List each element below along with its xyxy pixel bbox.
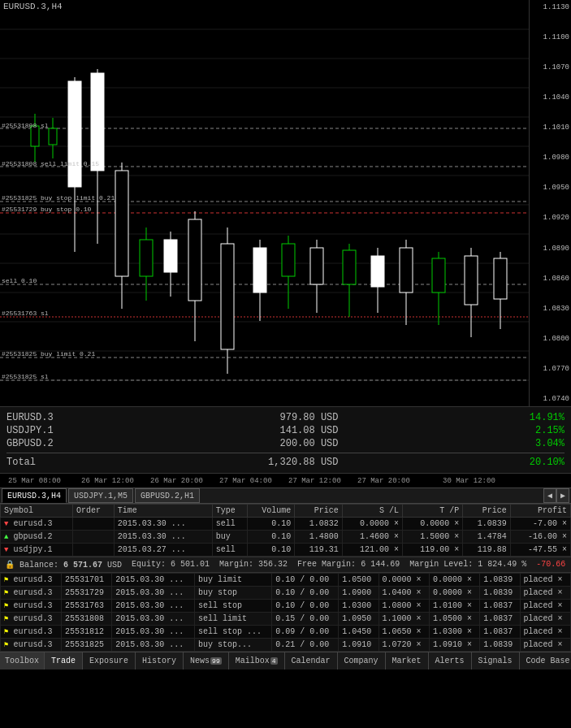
time-label-5: 27 Mar 12:00 — [288, 477, 341, 485]
col-price: Price — [295, 505, 343, 518]
summary-value-gbpusd: 200.00 USD — [249, 438, 339, 449]
toolbox-button[interactable]: Toolbox — [0, 652, 45, 670]
summary-pct-gbpusd: 3.04% — [500, 438, 565, 449]
cell-type: buy — [212, 531, 247, 544]
col-sl: S /L — [342, 505, 402, 518]
cell-tp: 1.5000 × — [403, 531, 463, 544]
table-row: ⚑ eurusd.3 25531763 2015.03.30 ... sell … — [1, 600, 571, 613]
cell-volume: 0.10 — [247, 531, 295, 544]
margin-level-label: Margin Level: 1 824.49 % — [409, 560, 526, 570]
line-label-sl1: #25531808 sl — [2, 122, 49, 129]
cell-time: 2015.03.30 ... — [114, 518, 212, 531]
orders-header-row: Symbol Order Time Type Volume Price S /L… — [1, 505, 571, 518]
tab-exposure[interactable]: Exposure — [83, 652, 136, 670]
cell-sl: 0.0000 × — [342, 518, 402, 531]
cell-cur-price: 1.0839 — [463, 518, 511, 531]
col-type: Type — [212, 505, 247, 518]
col-profit: Profit — [510, 505, 570, 518]
summary-pct-eurusd: 14.91% — [500, 412, 565, 423]
news-badge: 99 — [210, 657, 222, 665]
cell-time: 2015.03.30 ... — [114, 531, 212, 544]
col-order: Order — [73, 505, 115, 518]
time-label-4: 27 Mar 04:00 — [219, 477, 272, 485]
mailbox-badge: 4 — [270, 657, 278, 665]
col-cur-price: Price — [463, 505, 511, 518]
summary-symbol-gbpusd: GBPUSD.2 — [6, 438, 88, 449]
tab-news[interactable]: News99 — [184, 652, 229, 670]
table-row: ⚑ eurusd.3 25531808 2015.03.30 ... sell … — [1, 613, 571, 626]
balance-row: 🔒 Balance: 6 571.67 USD Equity: 6 501.01… — [0, 557, 571, 573]
cell-tp: 119.00 × — [403, 544, 463, 557]
svg-rect-40 — [253, 248, 266, 292]
time-label-3: 26 Mar 20:00 — [150, 477, 203, 485]
cell-cur-price: 1.4784 — [463, 531, 511, 544]
cell-time: 2015.03.27 ... — [114, 544, 212, 557]
tab-codebase[interactable]: Code Base — [520, 652, 571, 670]
candlestick-chart — [0, 0, 529, 406]
col-symbol: Symbol — [1, 505, 73, 518]
svg-rect-36 — [188, 219, 201, 301]
chart-tabs-prev[interactable]: ◀ — [543, 488, 556, 503]
cell-type: sell — [212, 518, 247, 531]
margin-label: Margin: 356.32 — [219, 560, 288, 570]
table-row: ⚑ eurusd.3 25531729 2015.03.30 ... buy s… — [1, 587, 571, 600]
cell-symbol: ▼ eurusd.3 — [1, 518, 73, 531]
line-label-buy-stop: #25531729 buy stop 0.10 — [2, 206, 91, 213]
cell-volume: 0.10 — [247, 544, 295, 557]
svg-rect-24 — [49, 128, 57, 145]
equity-label: Equity: 6 501.01 — [132, 560, 210, 570]
total-profit-label: -70.66 — [536, 560, 565, 570]
summary-total-row: Total 1,320.88 USD 20.10% — [6, 453, 565, 468]
summary-row-eurusd: EURUSD.3 979.80 USD 14.91% — [6, 412, 565, 423]
svg-rect-46 — [343, 250, 356, 284]
time-axis: 25 Mar 08:00 26 Mar 12:00 26 Mar 20:00 2… — [0, 473, 571, 488]
line-label-buy-stop-limit: #25531825 buy stop limit 0.21 — [2, 194, 115, 202]
cell-price: 119.31 — [295, 544, 343, 557]
table-row: ⚑ eurusd.3 25531825 2015.03.30 ... buy s… — [1, 639, 571, 652]
svg-rect-32 — [140, 240, 153, 276]
tab-signals[interactable]: Signals — [472, 652, 520, 670]
summary-panel: EURUSD.3 979.80 USD 14.91% USDJPY.1 141.… — [0, 406, 571, 473]
summary-value-eurusd: 979.80 USD — [249, 412, 339, 423]
svg-rect-30 — [115, 171, 128, 276]
summary-pct-usdjpy: 2.15% — [500, 425, 565, 436]
svg-rect-56 — [494, 258, 507, 299]
chart-area: EURUSD.3,H4 — [0, 0, 571, 406]
time-label-1: 25 Mar 08:00 — [8, 477, 61, 485]
col-tp: T /P — [403, 505, 463, 518]
line-label-sl3: #25531825 sl — [2, 373, 49, 380]
tab-calendar[interactable]: Calendar — [285, 652, 338, 670]
chart-tab-gbpusd[interactable]: GBPUSD.2,H1 — [135, 488, 200, 503]
line-label-buy-limit: #25531825 buy limit 0.21 — [2, 350, 95, 358]
summary-value-usdjpy: 141.08 USD — [249, 425, 339, 436]
cell-symbol: ▼ usdjpy.1 — [1, 544, 73, 557]
svg-rect-52 — [432, 258, 445, 292]
cell-volume: 0.10 — [247, 518, 295, 531]
summary-symbol-eurusd: EURUSD.3 — [6, 412, 88, 423]
summary-total-pct: 20.10% — [500, 457, 565, 468]
tab-company[interactable]: Company — [338, 652, 386, 670]
tab-market[interactable]: Market — [386, 652, 429, 670]
svg-rect-48 — [371, 256, 384, 287]
tab-mailbox[interactable]: Mailbox4 — [229, 652, 285, 670]
line-label-sl2: #25531763 sl — [2, 310, 49, 317]
pending-orders-table: ⚑ eurusd.3 25531701 2015.03.30 ... buy l… — [0, 573, 571, 652]
cell-tp: 0.0000 × — [403, 518, 463, 531]
summary-total-label: Total — [6, 457, 88, 468]
table-row: ▼ eurusd.3 2015.03.30 ... sell 0.10 1.08… — [1, 518, 571, 531]
tab-alerts[interactable]: Alerts — [429, 652, 472, 670]
tab-trade[interactable]: Trade — [45, 652, 83, 670]
cell-type: sell — [212, 544, 247, 557]
chart-tab-usdjpy[interactable]: USDJPY.1,M5 — [68, 488, 133, 503]
col-time: Time — [114, 505, 212, 518]
cell-price: 1.0832 — [295, 518, 343, 531]
chart-tabs-next[interactable]: ▶ — [556, 488, 569, 503]
summary-total-value: 1,320.88 USD — [249, 457, 339, 468]
cell-order — [73, 544, 115, 557]
line-label-sell: sell 0.10 — [2, 277, 37, 284]
svg-rect-54 — [465, 256, 478, 305]
cell-profit: -16.00 × — [510, 531, 570, 544]
chart-tab-eurusd[interactable]: EURUSD.3,H4 — [2, 488, 67, 503]
tab-history[interactable]: History — [136, 652, 184, 670]
free-margin-label: Free Margin: 6 144.69 — [297, 560, 400, 570]
